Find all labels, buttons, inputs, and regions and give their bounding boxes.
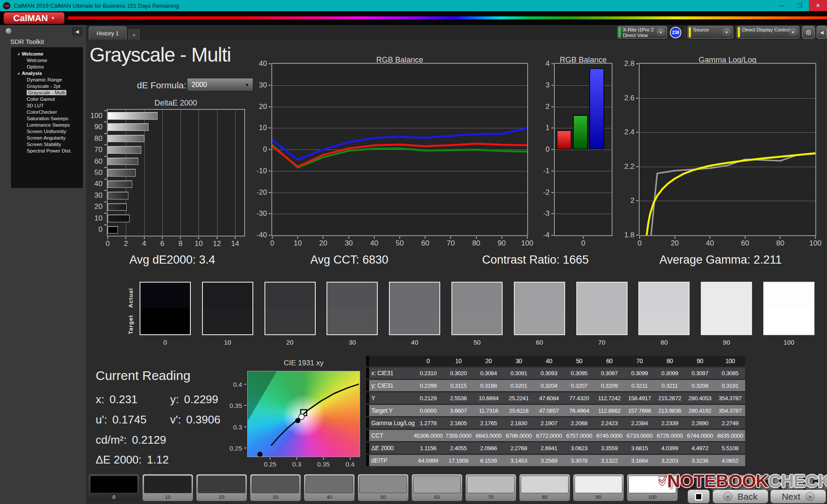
meter-count-badge[interactable]: 238	[670, 27, 681, 38]
pattern-patch-40[interactable]: 40	[304, 474, 355, 501]
table-cell: 2.1605	[443, 420, 473, 426]
settings-button[interactable]: ⚙	[802, 26, 815, 39]
table-cell: 47.6084	[534, 395, 564, 401]
sidebar-item-grayscale-2pt[interactable]: Grayscale - 2pt	[12, 83, 82, 89]
reading-y: y:0.2299	[170, 393, 218, 406]
pattern-patch-0[interactable]: 0	[88, 474, 140, 501]
source-dropdown[interactable]: Source ▼	[687, 26, 733, 39]
y-tick-label: -4	[529, 231, 550, 240]
y-tick-mark	[269, 106, 271, 107]
table-cell: 6835.0000	[715, 432, 745, 439]
tab-history-1[interactable]: History 1	[89, 26, 127, 40]
pattern-patch-60[interactable]: 60	[411, 474, 463, 501]
sidebar-item-screen-angularity[interactable]: Screen Angularity	[12, 134, 82, 141]
table-cell: 0.3099	[625, 370, 655, 376]
patch-label: 20	[198, 493, 246, 501]
x-tick-mark	[297, 236, 298, 239]
pattern-patch-20[interactable]: 20	[196, 474, 247, 501]
x-tick-mark	[374, 236, 375, 239]
sidebar-item-welcome[interactable]: Welcome	[12, 57, 82, 63]
x-tick-label: 6	[160, 240, 164, 248]
pattern-patch-10[interactable]: 10	[142, 474, 193, 501]
expander-icon[interactable]: ◢	[17, 72, 19, 75]
table-cell: 2.1830	[504, 420, 534, 426]
table-cell: 3.0623	[564, 445, 594, 451]
sidebar-item-grayscale-multi[interactable]: Grayscale - Multi	[12, 89, 82, 96]
calman-logo-button[interactable]: CalMAN ▼	[3, 12, 65, 24]
table-cell: 25.2241	[504, 395, 534, 401]
swatch-level-label: 30	[349, 339, 356, 346]
y-tick-mark	[269, 192, 271, 193]
de-formula-dropdown[interactable]: 2000 ▼	[187, 78, 253, 91]
table-cell: 6757.0000	[564, 432, 594, 439]
y-tick-mark	[244, 384, 246, 385]
table-cell: 0.3207	[564, 383, 594, 389]
x-tick-label: 40	[706, 239, 714, 248]
sidebar-group-analysis[interactable]: ◢Analysis	[12, 70, 82, 76]
sidebar-group-welcome[interactable]: ◢Welcome	[12, 50, 82, 57]
chevron-down-icon: ▼	[51, 16, 55, 20]
add-tab-button[interactable]: +	[128, 29, 140, 40]
maximize-button[interactable]: ❐	[791, 0, 809, 11]
pattern-patch-50[interactable]: 50	[358, 474, 409, 501]
table-cell: 6.1539	[473, 457, 504, 464]
table-column-header: 30	[504, 358, 534, 364]
sidebar-item-spectral-power-dist[interactable]: Spectral Power Dist.	[12, 147, 82, 154]
x-tick-mark	[675, 236, 675, 239]
sidebar-item-screen-stability[interactable]: Screen Stability	[12, 141, 82, 147]
table-column-header: 80	[655, 358, 685, 364]
minimize-button[interactable]: —	[773, 0, 791, 11]
pattern-patch-80[interactable]: 80	[519, 474, 570, 501]
sidebar-item-screen-uniformity[interactable]: Screen Uniformity	[12, 128, 82, 134]
deltae-category-label: 10	[82, 214, 103, 223]
workflow-tree: ◢WelcomeWelcomeOptions◢AnalysisDynamic R…	[11, 47, 83, 188]
sidebar-item-saturation-sweeps[interactable]: Saturation Sweeps	[12, 115, 82, 121]
pattern-patch-90[interactable]: 90	[573, 474, 624, 501]
x-tick-mark	[639, 236, 640, 239]
panel-collapse-button[interactable]: ◀	[817, 26, 827, 39]
table-cell: 0.3020	[443, 370, 473, 376]
x-tick-mark	[450, 236, 451, 239]
sidebar-collapse-button[interactable]: ◀	[72, 27, 83, 36]
sidebar-item-luminance-sweeps[interactable]: Luminance Sweeps	[12, 121, 82, 128]
sidebar-item-label: Welcome	[27, 58, 47, 63]
grayscale-swatch-100	[763, 282, 815, 335]
x-tick-label: 14	[231, 240, 239, 248]
table-cell: 0.3211	[655, 383, 685, 389]
sidebar-item-3d-lut[interactable]: 3D LUT	[12, 102, 82, 109]
table-cell: 158.4917	[625, 395, 655, 401]
table-row-label: x: CIE31	[369, 370, 413, 376]
sidebar-item-color-gamut[interactable]: Color Gamut	[12, 96, 82, 102]
rgb-balance-bar-title: RGB Balance	[560, 56, 606, 65]
sidebar-item-dynamic-range[interactable]: Dynamic Range	[12, 76, 82, 83]
cie-overlay	[248, 371, 360, 457]
x-tick-label: 0	[106, 240, 109, 248]
window-title: CalMAN 2019 CalMAN Ultimate for Business…	[14, 3, 179, 9]
grayscale-swatch-10	[202, 282, 253, 335]
sidebar-pin-button[interactable]	[5, 28, 12, 34]
pattern-patch-30[interactable]: 30	[250, 474, 301, 501]
table-row-label: Y	[369, 395, 413, 401]
close-button[interactable]: ✕	[809, 0, 827, 11]
tab-bar: History 1 + X-Rite i1Pro 2 Direct View ▼…	[86, 25, 827, 40]
meter-dropdown[interactable]: X-Rite i1Pro 2 Direct View ▼	[617, 26, 667, 39]
display-control-dropdown[interactable]: Direct Display Control ▼	[737, 26, 799, 39]
x-tick-mark	[198, 237, 199, 239]
expander-icon[interactable]: ◢	[17, 52, 19, 56]
deltae-bar-70	[108, 146, 141, 154]
y-tick-mark	[551, 213, 553, 214]
deltae-category-label: 80	[82, 134, 103, 143]
table-cell: 0.3201	[504, 383, 534, 389]
x-tick-label: 40	[370, 239, 378, 248]
x-tick-label: 90	[497, 239, 506, 248]
chevron-down-icon: ▼	[789, 28, 797, 37]
patch-label: 10	[144, 493, 192, 501]
table-cell: 112.8862	[594, 408, 625, 414]
table-cell: 0.3091	[504, 370, 534, 376]
patch-label: 40	[305, 493, 353, 501]
pattern-patch-70[interactable]: 70	[465, 474, 516, 501]
sidebar-item-options[interactable]: Options	[12, 63, 82, 70]
sidebar-item-colorchecker[interactable]: ColorChecker	[12, 109, 82, 115]
x-tick-mark	[272, 236, 273, 239]
gamma-chart	[640, 64, 815, 235]
